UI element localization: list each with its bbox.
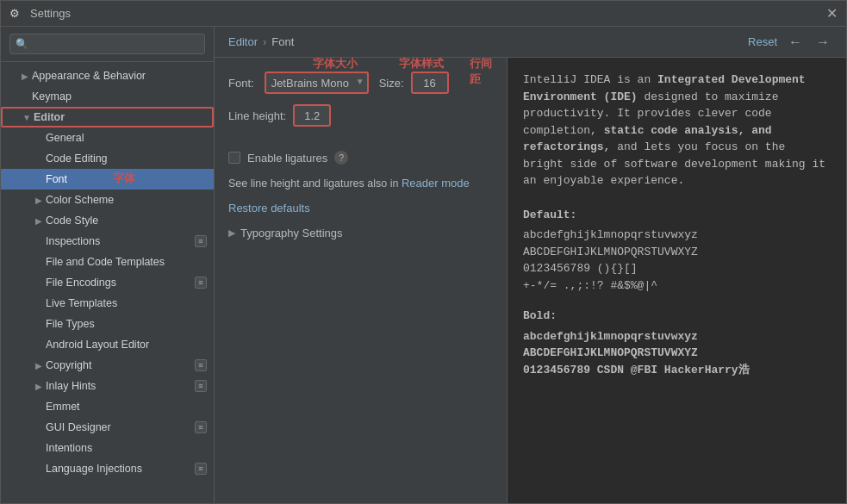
main-content: 字体大小 字体样式 行间距 Font: JetBrains Mono ▼ xyxy=(215,58,846,503)
preview-bold-digits: 0123456789 CSDN @FBI HackerHarry浩 xyxy=(523,362,831,379)
title-bar: ⚙ Settings ✕ xyxy=(1,1,846,27)
window-title: Settings xyxy=(30,7,826,20)
reader-mode-link[interactable]: Reader mode xyxy=(402,177,470,190)
sidebar-item-copyright[interactable]: ▶ Copyright ≡ xyxy=(1,355,214,376)
sidebar-item-inlay-hints[interactable]: ▶ Inlay Hints ≡ xyxy=(1,376,214,396)
sidebar-item-file-templates[interactable]: File and Code Templates xyxy=(1,252,214,272)
font-select[interactable]: JetBrains Mono xyxy=(265,72,369,94)
breadcrumb-bar: Editor › Font Reset ← → xyxy=(215,27,846,58)
preview-default-section: Default: abcdefghijklmnopqrstuvwxyz ABCD… xyxy=(523,207,831,295)
sidebar-item-keymap[interactable]: Keymap xyxy=(1,86,214,107)
preview-bold-label: Bold: xyxy=(523,308,831,325)
sidebar-item-inspections[interactable]: Inspections ≡ xyxy=(1,231,214,252)
close-button[interactable]: ✕ xyxy=(826,5,838,22)
sidebar-item-file-types[interactable]: File Types xyxy=(1,314,214,334)
sidebar-item-code-editing[interactable]: Code Editing xyxy=(1,148,214,169)
typography-section[interactable]: ▶ Typography Settings xyxy=(228,227,493,240)
sidebar-item-editor[interactable]: ▼ Editor xyxy=(1,107,214,128)
sidebar-item-appearance[interactable]: ▶ Appearance & Behavior xyxy=(1,65,214,86)
font-settings-panel: 字体大小 字体样式 行间距 Font: JetBrains Mono ▼ xyxy=(215,58,508,503)
breadcrumb-separator: › xyxy=(263,35,266,48)
file-encodings-badge: ≡ xyxy=(195,277,207,289)
search-input[interactable] xyxy=(9,34,205,54)
preview-intro: IntelliJ IDEA is an Integrated Developme… xyxy=(523,72,831,190)
sidebar-item-intentions[interactable]: Intentions xyxy=(1,438,214,458)
settings-window: ⚙ Settings ✕ 🔍 ▶ Appearance & Behavior xyxy=(0,0,847,504)
sidebar-label-file-templates: File and Code Templates xyxy=(46,256,207,268)
reset-link[interactable]: Reset xyxy=(748,35,777,48)
sidebar-label-emmet: Emmet xyxy=(46,401,207,413)
preview-default-label: Default: xyxy=(523,207,831,224)
expand-icon-editor: ▼ xyxy=(20,110,34,124)
nav-forward-button[interactable]: → xyxy=(813,34,832,50)
preview-default-symbols: +-*/= .,;:!? #&$%@|^ xyxy=(523,277,831,295)
font-select-wrapper: JetBrains Mono ▼ xyxy=(265,72,369,94)
font-label: Font: xyxy=(228,77,254,90)
sidebar-item-font[interactable]: Font xyxy=(1,169,214,190)
help-icon[interactable]: ? xyxy=(334,151,348,165)
sidebar-label-android-layout: Android Layout Editor xyxy=(46,339,207,351)
sidebar-item-emmet[interactable]: Emmet xyxy=(1,396,214,417)
expand-icon-language-injections xyxy=(32,462,46,476)
expand-icon-inspections xyxy=(32,234,46,248)
sidebar-item-language-injections[interactable]: Language Injections ≡ xyxy=(1,458,214,479)
sidebar-item-gui-designer[interactable]: GUI Designer ≡ xyxy=(1,417,214,438)
ligatures-row: Enable ligatures ? xyxy=(228,151,493,165)
expand-icon-code-editing xyxy=(32,152,46,165)
expand-icon-font xyxy=(32,172,46,186)
lineheight-input[interactable] xyxy=(293,104,331,127)
size-input[interactable] xyxy=(411,72,449,94)
nav-back-button[interactable]: ← xyxy=(786,34,805,50)
preview-intro-text: IntelliJ IDEA is an Integrated Developme… xyxy=(523,73,825,187)
sidebar-label-color-scheme: Color Scheme xyxy=(46,194,207,206)
sidebar-label-language-injections: Language Injections xyxy=(46,463,195,475)
search-icon: 🔍 xyxy=(16,38,28,50)
typography-label: Typography Settings xyxy=(240,227,343,240)
restore-defaults-link[interactable]: Restore defaults xyxy=(228,202,493,215)
breadcrumb-actions: Reset ← → xyxy=(748,34,832,50)
gui-designer-badge: ≡ xyxy=(195,421,207,433)
font-row: Font: JetBrains Mono ▼ Size: xyxy=(228,72,493,127)
expand-icon-color-scheme: ▶ xyxy=(32,193,46,207)
reader-mode-text: See line height and ligatures also in xyxy=(228,177,398,190)
size-group: Size: xyxy=(379,72,449,94)
typography-expand-icon: ▶ xyxy=(228,227,235,239)
preview-default-lower: abcdefghijklmnopqrstuvwxyz xyxy=(523,227,831,244)
expand-icon-general xyxy=(32,131,46,145)
expand-icon-keymap xyxy=(18,90,32,103)
lineheight-label: Line height: xyxy=(228,109,286,122)
sidebar-item-android-layout[interactable]: Android Layout Editor xyxy=(1,334,214,355)
search-bar: 🔍 xyxy=(1,27,214,62)
expand-icon-live-templates xyxy=(32,296,46,310)
breadcrumb-parent: Editor xyxy=(228,35,258,48)
expand-icon-intentions xyxy=(32,441,46,455)
expand-icon-file-templates xyxy=(32,255,46,269)
search-wrapper: 🔍 xyxy=(9,34,205,54)
preview-default-digits: 0123456789 (){}[] xyxy=(523,260,831,277)
font-preview-panel: IntelliJ IDEA is an Integrated Developme… xyxy=(508,58,846,503)
sidebar-label-code-editing: Code Editing xyxy=(46,152,207,165)
sidebar-label-inlay-hints: Inlay Hints xyxy=(46,380,195,392)
expand-icon-appearance: ▶ xyxy=(18,69,32,83)
sidebar-item-file-encodings[interactable]: File Encodings ≡ xyxy=(1,272,214,293)
sidebar-label-file-encodings: File Encodings xyxy=(46,277,195,289)
preview-bold-upper: ABCDEFGHIJKLMNOPQRSTUVWXYZ xyxy=(523,345,831,362)
breadcrumb-current: Font xyxy=(271,35,294,48)
sidebar-item-code-style[interactable]: ▶ Code Style xyxy=(1,210,214,231)
preview-bold-lower: abcdefghijklmnopqrstuvwxyz xyxy=(523,328,831,345)
copyright-badge: ≡ xyxy=(195,359,207,371)
expand-icon-emmet xyxy=(32,400,46,414)
sidebar-item-general[interactable]: General xyxy=(1,128,214,148)
expand-icon-file-encodings xyxy=(32,276,46,289)
settings-tree: ▶ Appearance & Behavior Keymap ▼ Editor … xyxy=(1,62,214,503)
reader-mode-hint: See line height and ligatures also in Re… xyxy=(228,177,493,190)
annotation-font-size: 字体大小 xyxy=(313,58,358,72)
main-panel: Editor › Font Reset ← → 字体大小 字 xyxy=(215,27,846,503)
sidebar-label-live-templates: Live Templates xyxy=(46,297,207,309)
ligatures-checkbox[interactable] xyxy=(228,152,240,164)
sidebar-label-gui-designer: GUI Designer xyxy=(46,421,195,433)
sidebar-item-live-templates[interactable]: Live Templates xyxy=(1,293,214,314)
sidebar-item-color-scheme[interactable]: ▶ Color Scheme xyxy=(1,190,214,210)
sidebar-label-copyright: Copyright xyxy=(46,359,195,371)
expand-icon-inlay-hints: ▶ xyxy=(32,379,46,393)
